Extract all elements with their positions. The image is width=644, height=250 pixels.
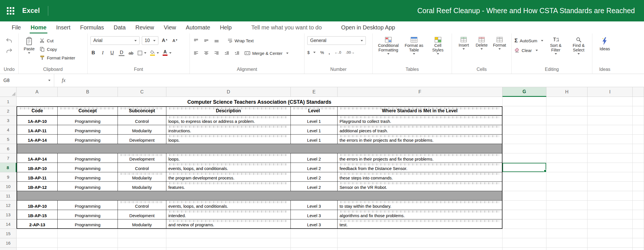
separator-row-6[interactable] bbox=[17, 144, 502, 153]
cell-D16[interactable] bbox=[166, 238, 291, 248]
cell-A4[interactable]: 1A-AP-11 bbox=[17, 125, 58, 135]
cell-D9[interactable]: the program development process. bbox=[166, 172, 291, 182]
align-right-button[interactable] bbox=[213, 49, 220, 57]
cell-B8[interactable]: Programming bbox=[58, 163, 118, 172]
cell-G11[interactable] bbox=[502, 191, 546, 201]
cell-A7[interactable]: 1A-AP-14 bbox=[17, 153, 58, 163]
cell-C8[interactable]: Control bbox=[118, 163, 166, 172]
cell-I10[interactable] bbox=[588, 182, 633, 191]
cell-C13[interactable]: Development bbox=[118, 210, 166, 219]
menu-tab-view[interactable]: View bbox=[159, 21, 181, 33]
cell-H14[interactable] bbox=[546, 219, 588, 229]
decrease-indent-button[interactable] bbox=[223, 49, 230, 57]
column-header-E[interactable]: E bbox=[291, 87, 338, 97]
cell-B14[interactable]: Programming bbox=[58, 219, 118, 229]
cell-I17[interactable] bbox=[588, 248, 633, 250]
row-header-11[interactable]: 11 bbox=[0, 191, 17, 201]
cell-I2[interactable] bbox=[588, 106, 633, 116]
strikethrough-button[interactable]: ab bbox=[128, 49, 134, 57]
font-size-select[interactable]: 10 bbox=[142, 36, 158, 45]
tell-me-box[interactable]: Tell me what you want to do bbox=[251, 24, 322, 31]
cell-I3[interactable] bbox=[588, 116, 633, 125]
menu-tab-insert[interactable]: Insert bbox=[51, 21, 75, 33]
cell-I13[interactable] bbox=[588, 210, 633, 219]
ideas-button[interactable]: Ideas bbox=[597, 36, 612, 52]
decrease-decimal-button[interactable]: .00→ bbox=[346, 50, 355, 55]
cell-E3[interactable]: Level 1 bbox=[291, 116, 338, 125]
undo-button[interactable] bbox=[4, 36, 14, 45]
header-cell-D2[interactable]: Description bbox=[166, 106, 291, 116]
column-header-I[interactable]: I bbox=[588, 87, 633, 97]
separator-row-11[interactable] bbox=[17, 191, 502, 201]
currency-format-button[interactable]: $ bbox=[307, 49, 316, 56]
cell-H11[interactable] bbox=[546, 191, 588, 201]
format-painter-button[interactable]: Format Painter bbox=[40, 54, 75, 61]
cell-H12[interactable] bbox=[546, 201, 588, 210]
cell-E9[interactable]: Level 2 bbox=[291, 172, 338, 182]
cell-F13[interactable]: algorithms and fix those problems. bbox=[338, 210, 502, 219]
cell-G9[interactable] bbox=[502, 172, 546, 182]
increase-font-size-button[interactable]: A▲ bbox=[161, 37, 169, 44]
cell-D3[interactable]: loops, to express ideas or address a pro… bbox=[166, 116, 291, 125]
column-header-F[interactable]: F bbox=[338, 87, 502, 97]
cell-B17[interactable] bbox=[58, 248, 118, 250]
cell-B5[interactable]: Programming bbox=[58, 135, 118, 144]
cell-I4[interactable] bbox=[588, 125, 633, 135]
cell-D15[interactable] bbox=[166, 229, 291, 238]
cell-C4[interactable]: Modularity bbox=[118, 125, 166, 135]
autosum-button[interactable]: Σ AutoSum bbox=[514, 37, 544, 44]
cell-G4[interactable] bbox=[502, 125, 546, 135]
cell-A13[interactable]: 1B-AP-15 bbox=[17, 210, 58, 219]
cell-C7[interactable]: Development bbox=[118, 153, 166, 163]
cell-E8[interactable]: Level 2 bbox=[291, 163, 338, 172]
row-header-12[interactable]: 12 bbox=[0, 201, 17, 210]
cell-G2[interactable] bbox=[502, 106, 546, 116]
cell-H7[interactable] bbox=[546, 153, 588, 163]
cell-B16[interactable] bbox=[58, 238, 118, 248]
wrap-text-button[interactable]: Wrap Text bbox=[227, 37, 254, 44]
row-header-2[interactable]: 2 bbox=[0, 106, 17, 116]
header-cell-A2[interactable]: Code bbox=[17, 106, 58, 116]
column-header-D[interactable]: D bbox=[166, 87, 291, 97]
cell-B7[interactable]: Programming bbox=[58, 153, 118, 163]
cell-F16[interactable] bbox=[338, 238, 502, 248]
cell-I8[interactable] bbox=[588, 163, 633, 172]
cell-E5[interactable]: Level 1 bbox=[291, 135, 338, 144]
cell-D14[interactable]: and review of programs. bbox=[166, 219, 291, 229]
cell-B10[interactable]: Programming bbox=[58, 182, 118, 191]
cell-E10[interactable]: Level 2 bbox=[291, 182, 338, 191]
cell-A5[interactable]: 1A-AP-14 bbox=[17, 135, 58, 144]
cell-H6[interactable] bbox=[546, 144, 588, 153]
row-header-3[interactable]: 3 bbox=[0, 116, 17, 125]
fill-color-button[interactable] bbox=[150, 49, 159, 57]
cell-E15[interactable] bbox=[291, 229, 338, 238]
cell-I16[interactable] bbox=[588, 238, 633, 248]
cell-C3[interactable]: Control bbox=[118, 116, 166, 125]
cell-C10[interactable]: Modularity bbox=[118, 182, 166, 191]
insert-function-button[interactable]: fx bbox=[54, 74, 73, 87]
cell-C9[interactable]: Modularity bbox=[118, 172, 166, 182]
cell-A12[interactable]: 1B-AP-10 bbox=[17, 201, 58, 210]
row-header-10[interactable]: 10 bbox=[0, 182, 17, 191]
cell-D12[interactable]: events, loops, and conditionals. bbox=[166, 201, 291, 210]
row-header-1[interactable]: 1 bbox=[0, 97, 17, 106]
cell-B13[interactable]: Programming bbox=[58, 210, 118, 219]
row-header-13[interactable]: 13 bbox=[0, 210, 17, 219]
cell-E13[interactable]: Level 3 bbox=[291, 210, 338, 219]
sort-filter-button[interactable]: AZ Sort & Filter bbox=[545, 36, 566, 55]
cell-G6[interactable] bbox=[502, 144, 546, 153]
cell-G15[interactable] bbox=[502, 229, 546, 238]
cell-F9[interactable]: these steps into commands. bbox=[338, 172, 502, 182]
cell-F7[interactable]: the errors in their projects and fix tho… bbox=[338, 153, 502, 163]
cell-E16[interactable] bbox=[291, 238, 338, 248]
cell-A17[interactable] bbox=[17, 248, 58, 250]
app-launcher-button[interactable] bbox=[0, 0, 21, 21]
row-header-9[interactable]: 9 bbox=[0, 172, 17, 182]
cell-F4[interactable]: additional pieces of trash. bbox=[338, 125, 502, 135]
cell-I11[interactable] bbox=[588, 191, 633, 201]
cell-I1[interactable] bbox=[588, 97, 633, 106]
paste-button[interactable]: Paste bbox=[21, 36, 37, 54]
row-header-16[interactable]: 16 bbox=[0, 238, 17, 248]
increase-indent-button[interactable] bbox=[234, 49, 241, 57]
cell-F8[interactable]: feedback from the Distance Sensor. bbox=[338, 163, 502, 172]
